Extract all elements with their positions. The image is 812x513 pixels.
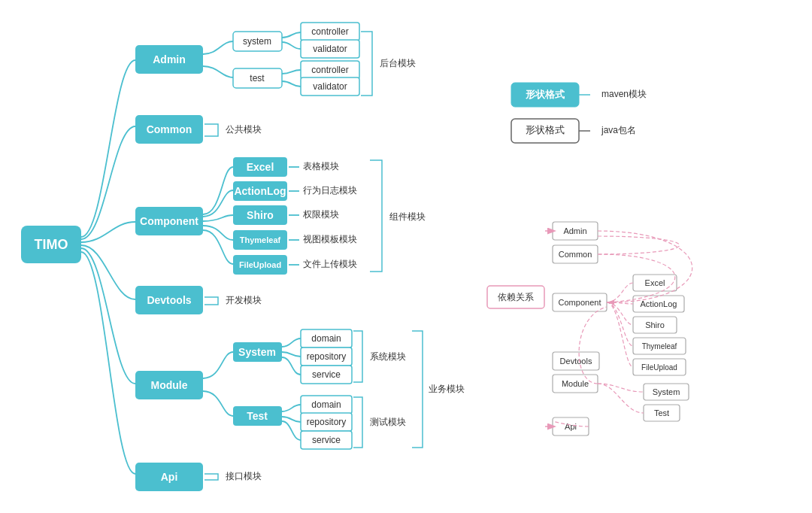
dep-system-sub-text: System <box>653 387 680 396</box>
admin-sys-controller-text: controller <box>311 26 348 37</box>
admin-bracket <box>361 32 372 96</box>
devtools-bracket <box>205 297 218 305</box>
dep-excel-text: Excel <box>645 278 665 287</box>
system-bracket <box>353 331 362 382</box>
dep-admin-text: Admin <box>563 226 586 235</box>
excel-text: Excel <box>247 161 274 173</box>
legend-filled-label-shape: 形状格式 <box>525 89 565 100</box>
common-bracket <box>205 124 218 136</box>
dep-shiro-text: Shiro <box>645 320 665 329</box>
timo-text: TIMO <box>35 237 68 252</box>
sys-repository-text: repository <box>307 351 347 362</box>
test-text-admin: test <box>250 73 265 83</box>
test-label: 测试模块 <box>370 417 406 427</box>
dep-component-thymeleaf-line <box>607 302 633 346</box>
dep-module-component-arrow <box>579 307 607 384</box>
dep-admin-common-arrow <box>598 236 680 254</box>
admin-test-validator-text: validator <box>313 81 347 92</box>
legend-java-label: java包名 <box>601 125 636 135</box>
dep-title-text: 依赖关系 <box>498 292 534 302</box>
shiro-label: 权限模块 <box>302 209 339 220</box>
dep-component-fileupload-line <box>607 302 633 367</box>
actionlog-text: ActionLog <box>234 185 286 197</box>
dep-thymeleaf-text: Thymeleaf <box>642 342 677 351</box>
admin-group-label: 后台模块 <box>380 58 416 68</box>
dep-component-text: Component <box>559 298 601 307</box>
component-group-label: 组件模块 <box>389 211 426 222</box>
dep-component-actionlog-line <box>607 302 633 304</box>
test-domain-text: domain <box>311 399 341 410</box>
common-label: 公共模块 <box>226 124 262 135</box>
actionlog-label: 行为日志模块 <box>303 185 357 196</box>
test-mod-text: Test <box>247 410 268 422</box>
component-bracket <box>370 160 382 272</box>
admin-test-controller-text: controller <box>311 65 348 75</box>
timo-admin-line <box>81 60 135 237</box>
system-text: system <box>243 36 271 47</box>
dep-actionlog-text: ActionLog <box>641 299 677 308</box>
legend-outline-label-shape: 形状格式 <box>526 124 565 135</box>
system-label: 系统模块 <box>370 351 406 362</box>
legend-maven-label: maven模块 <box>601 89 647 99</box>
shiro-text: Shiro <box>247 209 274 221</box>
sys-service-text: service <box>312 369 341 380</box>
fileupload-label: 文件上传模块 <box>303 259 357 269</box>
devtools-text: Devtools <box>147 294 191 306</box>
dep-component-excel-line <box>607 283 633 302</box>
dep-module-text: Module <box>562 379 589 388</box>
diagram-container: 形状格式 maven模块 形状格式 java包名 TIMO Admin syst… <box>0 0 812 513</box>
dep-api-text: Api <box>565 422 577 431</box>
system-mod-text: System <box>238 346 276 358</box>
fileupload-text: FileUpload <box>239 260 281 269</box>
test-bracket <box>353 397 362 448</box>
sys-domain-text: domain <box>311 333 341 344</box>
admin-text: Admin <box>153 53 186 65</box>
dep-component-shiro-line <box>607 302 633 325</box>
api-bracket <box>205 474 218 480</box>
timo-component-line <box>81 222 135 242</box>
test-repository-text: repository <box>307 417 347 427</box>
dep-fileupload-text: FileUpload <box>641 363 677 372</box>
excel-label: 表格模块 <box>303 161 339 172</box>
common-text: Common <box>147 123 192 135</box>
module-text: Module <box>151 379 188 391</box>
component-text: Component <box>140 215 198 227</box>
admin-sys-validator-text: validator <box>313 44 347 54</box>
module-bracket <box>412 331 423 448</box>
dep-test-sub-text: Test <box>654 408 669 417</box>
timo-api-line <box>81 252 135 474</box>
module-group-label: 业务模块 <box>429 384 465 394</box>
thymeleaf-label: 视图模板模块 <box>303 234 357 244</box>
api-text: Api <box>161 471 178 483</box>
test-service-text: service <box>312 435 341 445</box>
dep-module-test-line <box>598 384 644 413</box>
api-label: 接口模块 <box>226 471 262 481</box>
thymeleaf-text: Thymeleaf <box>240 235 281 244</box>
dep-common-text: Common <box>559 250 592 259</box>
dep-admin-component-arrow <box>598 231 692 302</box>
dep-devtools-text: Devtools <box>560 357 592 366</box>
devtools-label: 开发模块 <box>226 295 262 305</box>
